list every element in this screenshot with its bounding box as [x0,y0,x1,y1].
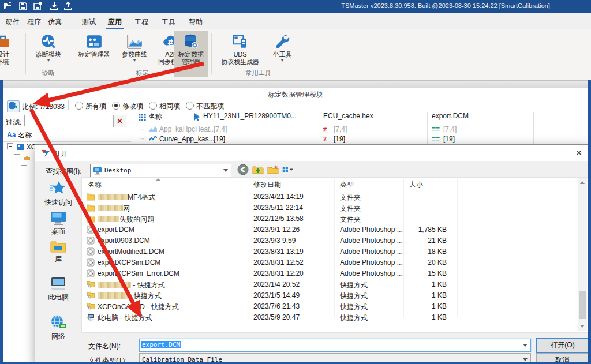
column-export-dcm[interactable]: export.DCM [432,112,469,122]
radio-icon [149,102,157,110]
sidebar-item-libraries[interactable]: 库 [36,239,80,264]
filter-input[interactable] [24,115,113,126]
compare-ratio: 比例: 7/13033 [22,102,65,112]
shortcut-folder-icon [87,302,95,310]
look-in-value: Desktop [104,167,131,174]
network-globe-icon [50,314,67,331]
menu-help[interactable]: 帮助 [186,16,205,28]
dcm-file-icon [87,226,95,234]
chevron-down-icon [223,169,228,172]
toolbar-separator [46,1,46,12]
ribbon-group-diagnosis: 诊断 [30,69,67,77]
ribbon-separator [69,33,69,74]
uds-stack-icon [231,33,249,50]
column-reference-file[interactable]: HY11_23N1_PR128900TM0... [203,112,297,122]
dropdown-caret-icon: ▾ [30,58,67,63]
chevron-down-icon [523,344,528,347]
window-border-right [588,80,591,364]
tree-header[interactable]: Aa名称 [3,130,131,142]
vertical-scrollbar[interactable] [578,178,587,331]
sidebar-item-desktop[interactable]: 桌面 [36,211,80,237]
menu-application[interactable]: 应用 [106,16,124,29]
folder-icon [87,193,95,201]
menu-simulation[interactable]: 仿真 [46,16,64,28]
dcm-file-icon [87,269,95,277]
radio-modified-items[interactable]: 修改项 [112,102,143,111]
dcm-file-icon [87,247,95,256]
open-file-icon[interactable] [3,2,13,11]
scroll-down-icon[interactable] [580,325,585,328]
menu-program[interactable]: 程序 [25,16,43,28]
file-row[interactable]: export0903.DCM 2023/9/3 9:59Adobe Photos… [82,235,575,246]
dropdown-caret-icon: ▾ [267,58,298,63]
file-row[interactable]: exportXCPSim.DCM 2023/8/31 12:52Adobe Ph… [82,257,575,268]
dropdown-caret-icon: ▾ [117,58,152,63]
sidebar-item-network[interactable]: 网络 [36,314,80,342]
scrollbar-thumb[interactable] [579,291,586,319]
expand-icon[interactable] [21,165,27,171]
ribbon-separator [301,33,301,74]
sidebar-item-this-pc[interactable]: 此电脑 [36,276,80,302]
file-row[interactable]: 此电脑 - 快捷方式 2023/5/9 20:47快捷方式1 KB [82,312,575,323]
menu-tools[interactable]: 工具 [159,16,178,28]
file-row[interactable]: 失败的问题 2022/12/5 13:58文件夹 [82,213,575,224]
close-icon[interactable]: ✕ [574,148,584,158]
menubar: 硬件 程序 仿真 测试 应用 工程 工具 帮助 [0,13,591,29]
filter-label: 过滤: [6,118,21,127]
file-row[interactable]: XCPOnCANFD - 快捷方式 2023/7/6 21:43快捷方式1 KB [82,301,575,312]
menu-project[interactable]: 工程 [132,16,151,28]
column-name[interactable]: 名称 [88,180,102,190]
sort-ascending-icon [156,178,160,181]
export-icon[interactable] [63,2,73,11]
save-icon[interactable] [18,2,28,11]
look-in-combobox[interactable]: Desktop [90,164,231,178]
file-list-header: 名称 修改日期 类型 大小 [82,178,588,190]
column-size[interactable]: 大小 [409,180,423,190]
radio-identical-items[interactable]: 相同项 [149,102,180,111]
file-row[interactable]: exportXCPSim_Error.DCM 2023/8/31 12:20Ad… [82,268,575,279]
filename-value: export.DCM [141,341,181,348]
menu-test[interactable]: 测试 [80,16,98,28]
scroll-up-icon[interactable] [580,181,585,184]
file-row[interactable]: exportModified1.DCM 2023/8/31 13:19Adobe… [82,246,575,257]
column-name[interactable]: 名称 [148,112,162,122]
column-ecu-cache[interactable]: ECU_cache.hex [323,112,373,122]
file-row[interactable]: export.DCM 2023/9/1 12:26Adobe Photoshop… [82,224,575,235]
up-one-level-button[interactable] [252,164,264,175]
shortcut-folder-icon [87,291,95,299]
column-modified[interactable]: 修改日期 [253,180,281,190]
file-row[interactable]: - 快捷方式 2023/1/4 20:52快捷方式1 KB [82,279,575,290]
expand-icon[interactable] [7,143,13,149]
radio-all-items[interactable]: 所有项 [75,102,106,111]
puzzle-node-icon [24,155,31,161]
dcm-file-icon [87,258,95,267]
cursor-icon [194,113,201,121]
file-row[interactable]: - 快捷方式 2023/1/5 14:49快捷方式1 KB [82,290,575,301]
file-row[interactable]: MF4格式 2023/4/21 14:19文件夹 [82,192,575,202]
menu-hardware[interactable]: 硬件 [3,16,22,28]
look-in-label: 查找范围(I): [46,167,82,177]
diagnostic-pulse-icon [40,33,57,50]
line-chart-icon [149,136,157,142]
ribbon-separator [211,33,212,74]
ribbon-design-env-button[interactable]: 设计 环境 [0,31,21,77]
file-row[interactable]: 网 2023/5/11 22:14文件夹 [82,202,575,213]
radio-mismatched-items[interactable]: 不匹配项 [186,102,224,111]
sidebar-item-quick-access[interactable]: 快速访问 [36,181,80,208]
module-toolbar: 比例: 7/13033 所有项 修改项 相同项 不匹配项 [3,99,588,112]
titlebar: TSMaster v2023.8.30.958. Built @2023-08-… [0,0,591,13]
column-type[interactable]: 类型 [340,180,354,190]
new-folder-button[interactable] [267,164,279,175]
back-button[interactable] [237,164,249,175]
window-border-bottom [0,362,591,364]
import-icon[interactable] [50,2,59,11]
filename-label: 文件名(N): [88,342,121,351]
filter-clear-button[interactable]: ✕ [113,115,126,127]
open-button[interactable]: 打开(O) [536,338,589,353]
filename-input[interactable]: export.DCM [139,339,531,352]
view-menu-button[interactable] [282,164,294,175]
save-as-icon[interactable] [33,2,42,11]
load-data-file-button[interactable] [7,100,20,112]
expand-icon[interactable] [14,154,20,160]
dialog-titlebar[interactable]: 打开 ✕ [35,145,589,161]
